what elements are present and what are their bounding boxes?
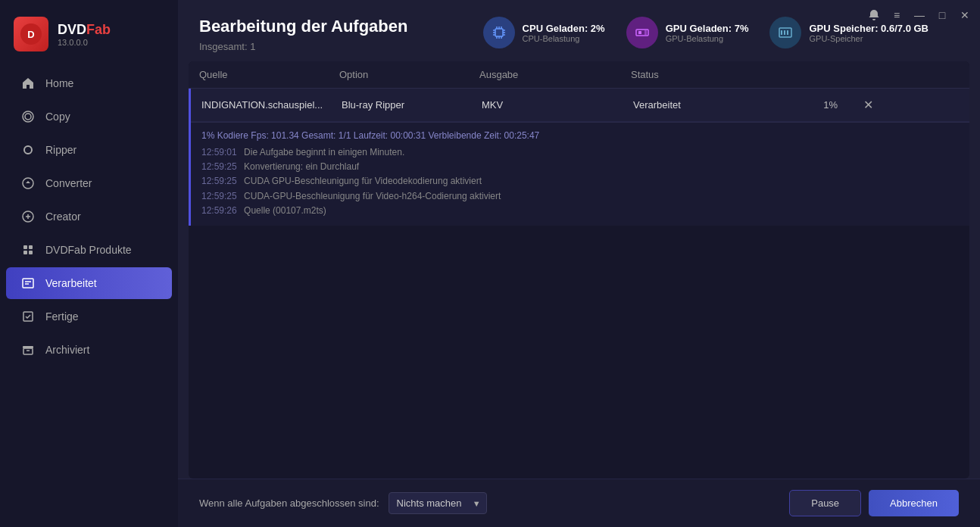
col-action: [843, 69, 888, 80]
sidebar-item-home[interactable]: Home: [6, 67, 172, 99]
cpu-value: CPU Geladen: 2%: [523, 23, 605, 34]
table-body: INDIGNATION.schauspiel... Blu-ray Ripper…: [189, 89, 969, 479]
log-text-0: Die Aufgabe beginnt in einigen Minuten.: [244, 147, 404, 157]
mem-value: GPU Speicher: 0.6/7.0 GB: [809, 23, 929, 34]
app-logo: D: [14, 17, 48, 51]
action-select-wrapper: Nichts machen Herunterfahren Abmelden Ru…: [389, 492, 487, 514]
col-option: Option: [339, 69, 479, 80]
log-line-3: 12:59:25 CUDA-GPU-Beschleunigung für Vid…: [201, 189, 959, 204]
cpu-icon: [483, 17, 515, 48]
log-time-2: 12:59:25: [201, 176, 237, 186]
app-version: 13.0.0.0: [58, 38, 111, 47]
log-text-3: CUDA-GPU-Beschleunigung für Video-h264-C…: [244, 191, 501, 201]
converter-icon: [21, 176, 35, 190]
log-text-1: Konvertierung: ein Durchlauf: [244, 161, 359, 172]
log-time-3: 12:59:25: [201, 191, 237, 201]
cpu-text: CPU Geladen: 2% CPU-Belastung: [523, 23, 605, 43]
log-line-4: 12:59:26 Quelle (00107.m2ts): [201, 204, 959, 218]
main-content: ≡ — □ ✕ Bearbeitung der Aufgaben Insgesa…: [178, 0, 980, 527]
svg-rect-6: [23, 245, 27, 249]
copy-icon: [21, 110, 35, 123]
pause-button[interactable]: Pause: [789, 490, 861, 516]
log-line-0: 12:59:01 Die Aufgabe beginnt in einigen …: [201, 145, 959, 160]
sidebar-item-converter[interactable]: Converter: [6, 167, 172, 199]
log-line-2: 12:59:25 CUDA GPU-Beschleunigung für Vid…: [201, 174, 959, 189]
svg-text:D: D: [27, 29, 34, 40]
table-row: INDIGNATION.schauspiel... Blu-ray Ripper…: [189, 89, 969, 226]
log-text-2: CUDA GPU-Beschleunigung für Videodekodie…: [244, 176, 482, 186]
creator-icon: [21, 210, 35, 223]
task-option: Blu-ray Ripper: [342, 99, 482, 111]
sidebar-item-copy[interactable]: Copy: [6, 101, 172, 133]
brand-name: DVDFab: [58, 22, 111, 38]
log-text-4: Quelle (00107.m2ts): [244, 205, 326, 216]
log-progress: 1% Kodiere Fps: 101.34 Gesamt: 1/1 Laufz…: [201, 130, 959, 141]
cpu-metric: CPU Geladen: 2% CPU-Belastung: [483, 17, 605, 48]
col-status: Status: [631, 69, 767, 80]
svg-rect-37: [784, 30, 785, 35]
finished-icon: [21, 310, 35, 323]
title-bar-buttons: ≡ — □ ✕: [866, 8, 972, 23]
action-select[interactable]: Nichts machen Herunterfahren Abmelden Ru…: [389, 492, 487, 514]
svg-rect-10: [23, 279, 33, 288]
col-percent: [767, 69, 843, 80]
sidebar-item-verarbeitet[interactable]: Verarbeitet: [6, 267, 172, 299]
cancel-button[interactable]: Abbrechen: [869, 490, 959, 516]
logo-area: D DVDFab 13.0.0.0: [0, 8, 178, 67]
gpu-value: GPU Geladen: 7%: [666, 23, 749, 34]
gpu-label: GPU-Belastung: [666, 34, 749, 43]
svg-rect-15: [23, 348, 33, 354]
footer-left: Wenn alle Aufgaben abgeschlossen sind: N…: [199, 492, 487, 514]
svg-point-2: [23, 111, 33, 122]
svg-rect-36: [781, 30, 782, 35]
mem-label: GPU-Speicher: [809, 34, 929, 43]
svg-rect-17: [495, 29, 503, 36]
gpu-metric: GPU Geladen: 7% GPU-Belastung: [626, 17, 749, 48]
svg-rect-31: [638, 31, 641, 34]
header-left: Bearbeitung der Aufgaben Insgesamt: 1: [199, 17, 407, 52]
total-count: Insgesamt: 1: [199, 41, 407, 52]
footer-right: Pause Abbrechen: [789, 490, 959, 516]
gpu-text: GPU Geladen: 7% GPU-Belastung: [666, 23, 749, 43]
maximize-button[interactable]: □: [935, 8, 950, 23]
products-icon: [21, 243, 35, 257]
page-header: Bearbeitung der Aufgaben Insgesamt: 1: [178, 0, 980, 61]
footer: Wenn alle Aufgaben abgeschlossen sind: N…: [178, 479, 980, 527]
task-source: INDIGNATION.schauspiel...: [201, 99, 342, 111]
table-header: Quelle Option Ausgabe Status: [189, 61, 969, 89]
task-cancel-button[interactable]: ✕: [845, 98, 891, 112]
svg-rect-9: [29, 251, 33, 254]
log-area: 1% Kodiere Fps: 101.34 Gesamt: 1/1 Laufz…: [191, 122, 969, 226]
task-percent: 1%: [769, 99, 845, 111]
log-time-4: 12:59:26: [201, 205, 237, 216]
svg-rect-8: [23, 251, 27, 254]
sidebar-item-products[interactable]: DVDFab Produkte: [6, 234, 172, 266]
gpu-icon: [626, 17, 658, 48]
logo-text: DVDFab 13.0.0.0: [58, 22, 111, 47]
log-line-1: 12:59:25 Konvertierung: ein Durchlauf: [201, 160, 959, 174]
svg-point-3: [25, 114, 31, 120]
menu-button[interactable]: ≡: [889, 8, 904, 23]
page-title: Bearbeitung der Aufgaben: [199, 17, 407, 36]
ripper-icon: [21, 143, 35, 157]
sidebar-item-ripper[interactable]: Ripper: [6, 134, 172, 166]
close-button[interactable]: ✕: [957, 8, 972, 23]
col-source: Quelle: [199, 69, 339, 80]
notification-button[interactable]: [866, 8, 882, 23]
col-output: Ausgabe: [479, 69, 631, 80]
sidebar: D DVDFab 13.0.0.0 Home Copy: [0, 0, 178, 527]
sidebar-item-archiviert[interactable]: Archiviert: [6, 334, 172, 366]
log-time-1: 12:59:25: [201, 161, 237, 172]
minimize-button[interactable]: —: [912, 8, 927, 23]
sidebar-item-fertige[interactable]: Fertige: [6, 301, 172, 332]
mem-icon: [769, 17, 801, 48]
svg-rect-38: [787, 30, 788, 35]
mem-text: GPU Speicher: 0.6/7.0 GB GPU-Speicher: [809, 23, 929, 43]
archive-icon: [21, 343, 35, 357]
task-output: MKV: [482, 99, 633, 111]
task-main-row: INDIGNATION.schauspiel... Blu-ray Ripper…: [191, 89, 969, 122]
task-status: Verarbeitet: [633, 99, 769, 111]
sidebar-item-creator[interactable]: Creator: [6, 201, 172, 232]
cpu-label: CPU-Belastung: [523, 34, 605, 43]
processing-icon: [21, 276, 35, 290]
